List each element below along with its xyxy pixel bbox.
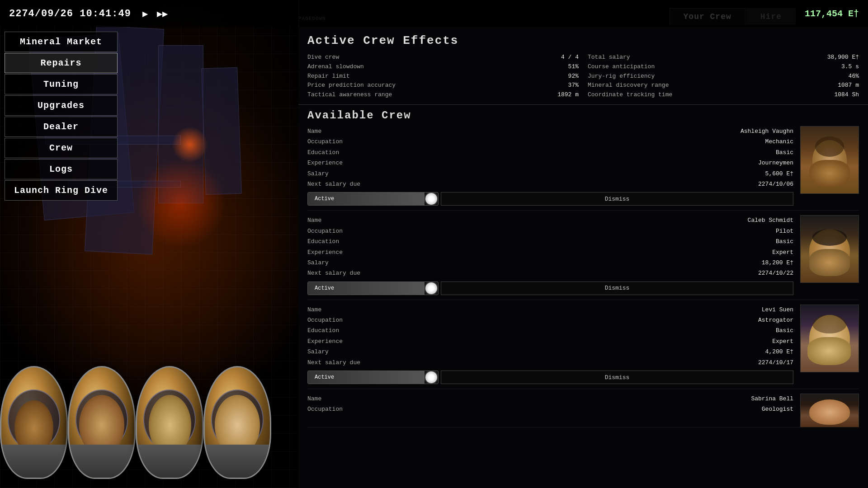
available-crew-section: Available Crew Name Ashleigh Vaughn Occu… (298, 105, 868, 434)
field-occupation-0: Occupation Mechanic (307, 136, 793, 147)
field-salary-2: Salary 4,200 E† (307, 347, 793, 357)
field-next-salary-0: Next salary due 2274/10/06 (307, 179, 793, 189)
nav-tuning[interactable]: Tuning (5, 74, 118, 94)
available-crew-title: Available Crew (307, 109, 859, 122)
field-education-1: Education Basic (307, 236, 793, 247)
crew-actions-0: Active Dismiss (307, 192, 793, 206)
crew-effects-title: Active Crew Effects (307, 34, 859, 47)
nav-logs[interactable]: Logs (5, 159, 118, 179)
play-button[interactable]: ▶ (142, 9, 148, 18)
nav-dealer[interactable]: Dealer (5, 117, 118, 137)
dismiss-button-0[interactable]: Dismiss (441, 192, 793, 206)
crew-info-levi: Name Levi Suen Occupation Astrogator Edu… (307, 305, 800, 384)
fast-forward-button[interactable]: ▶▶ (157, 9, 168, 18)
field-name-1: Name Caleb Schmidt (307, 215, 793, 225)
crew-face-3 (801, 305, 859, 372)
crew-card-ashleigh: Name Ashleigh Vaughn Occupation Mechanic… (307, 124, 859, 211)
left-navigation: Mineral Market Repairs Tuning Upgrades D… (0, 27, 122, 205)
effects-right-col: Total salary 38,900 E† Course anticipati… (588, 53, 859, 100)
crew-card-levi: Name Levi Suen Occupation Astrogator Edu… (307, 302, 859, 389)
dismiss-button-2[interactable]: Dismiss (441, 371, 793, 384)
field-name-3: Name Sabrina Bell (307, 394, 793, 404)
dismiss-button-1[interactable]: Dismiss (441, 282, 793, 295)
active-label-0: Active (308, 192, 425, 205)
field-education-0: Education Basic (307, 147, 793, 158)
portrait-2 (68, 366, 145, 488)
crew-actions-1: Active Dismiss (307, 282, 793, 295)
effect-row-1: Adrenal slowdown 51% (307, 62, 579, 72)
portrait-3 (136, 366, 212, 488)
datetime-display: 2274/09/26 10:41:49 (0, 8, 131, 19)
field-experience-0: Experience Journeymen (307, 158, 793, 168)
crew-actions-2: Active Dismiss (307, 371, 793, 384)
crew-photo-sabrina (800, 394, 859, 427)
crew-photo-ashleigh (800, 126, 859, 194)
field-occupation-2: Occupation Astrogator (307, 315, 793, 325)
nav-upgrades[interactable]: Upgrades (5, 95, 118, 116)
crew-face-1 (801, 127, 859, 193)
effect-right-row-3: Mineral discovery range 1087 m (588, 81, 859, 90)
active-toggle-0[interactable]: Active (307, 192, 439, 206)
active-label-2: Active (308, 371, 425, 384)
nav-crew[interactable]: Crew (5, 138, 118, 158)
field-next-salary-1: Next salary due 2274/10/22 (307, 268, 793, 278)
main-panel[interactable]: Active Crew Effects Dive crew 4 / 4 Adre… (298, 27, 868, 488)
effects-grid: Dive crew 4 / 4 Adrenal slowdown 51% Rep… (307, 53, 859, 100)
portrait-1 (0, 366, 77, 488)
toggle-knob-0 (425, 193, 437, 205)
field-occupation-1: Occupation Pilot (307, 226, 793, 236)
crew-card-sabrina: Name Sabrina Bell Occupation Geologist (307, 391, 859, 427)
nav-launch-ring-dive[interactable]: Launch Ring Dive (5, 180, 118, 201)
field-name-0: Name Ashleigh Vaughn (307, 126, 793, 136)
effects-left-col: Dive crew 4 / 4 Adrenal slowdown 51% Rep… (307, 53, 579, 100)
crew-face-2 (801, 216, 859, 282)
crew-info-caleb: Name Caleb Schmidt Occupation Pilot Educ… (307, 215, 800, 295)
field-experience-1: Experience Expert (307, 247, 793, 258)
effect-right-row-1: Course anticipation 3.5 s (588, 62, 859, 72)
toggle-knob-1 (425, 282, 437, 294)
nav-repairs[interactable]: Repairs (5, 53, 118, 73)
crew-card-caleb: Name Caleb Schmidt Occupation Pilot Educ… (307, 213, 859, 300)
field-next-salary-2: Next salary due 2274/10/17 (307, 357, 793, 368)
effect-row-4: Tactical awareness range 1892 m (307, 90, 579, 100)
crew-face-4 (801, 394, 859, 427)
field-salary-1: Salary 18,200 E† (307, 258, 793, 268)
effect-right-row-0: Total salary 38,900 E† (588, 53, 859, 62)
field-name-2: Name Levi Suen (307, 305, 793, 315)
field-experience-2: Experience Expert (307, 336, 793, 347)
effect-right-row-2: Jury-rig efficiency 46% (588, 72, 859, 81)
active-label-1: Active (308, 282, 425, 295)
crew-info-ashleigh: Name Ashleigh Vaughn Occupation Mechanic… (307, 126, 800, 206)
field-occupation-3: Occupation Geologist (307, 404, 793, 414)
portrait-4 (203, 366, 280, 488)
active-toggle-2[interactable]: Active (307, 371, 439, 384)
effect-right-row-4: Coordinate tracking time 1084 Sh (588, 90, 859, 100)
crew-portraits (0, 352, 298, 488)
field-salary-0: Salary 5,600 E† (307, 169, 793, 179)
balance-display: 117,454 E† (805, 9, 859, 19)
active-toggle-1[interactable]: Active (307, 282, 439, 295)
crew-effects-section: Active Crew Effects Dive crew 4 / 4 Adre… (298, 27, 868, 105)
crew-photo-levi (800, 305, 859, 372)
effect-row-0: Dive crew 4 / 4 (307, 53, 579, 62)
effect-row-3: Price prediction accuracy 37% (307, 81, 579, 90)
effect-row-2: Repair limit 92% (307, 72, 579, 81)
nav-mineral-market[interactable]: Mineral Market (5, 32, 118, 52)
crew-info-sabrina: Name Sabrina Bell Occupation Geologist (307, 394, 800, 422)
header-bar: 2274/09/26 10:41:49 ▶ ▶▶ 117,454 E† (0, 0, 868, 27)
field-education-2: Education Basic (307, 325, 793, 336)
toggle-knob-2 (425, 371, 437, 383)
crew-photo-caleb (800, 215, 859, 283)
